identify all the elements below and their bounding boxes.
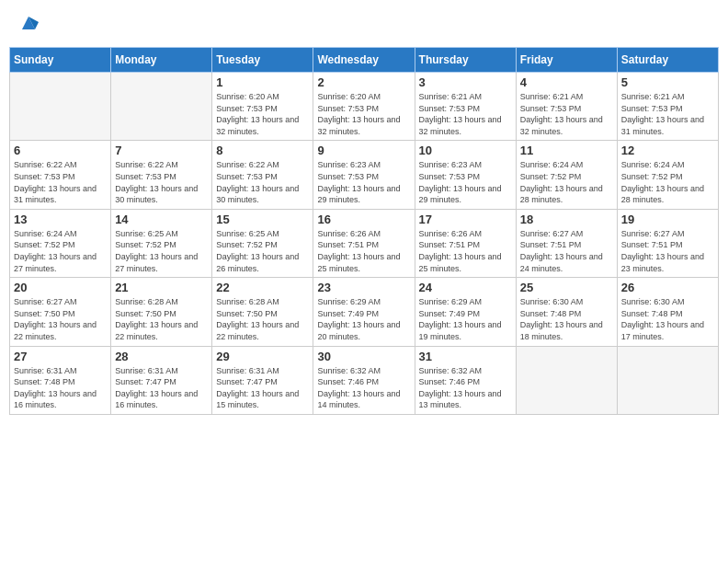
calendar-cell: 15Sunrise: 6:25 AM Sunset: 7:52 PM Dayli… [212, 209, 313, 277]
calendar-cell: 2Sunrise: 6:20 AM Sunset: 7:53 PM Daylig… [313, 73, 415, 141]
calendar-cell: 1Sunrise: 6:20 AM Sunset: 7:53 PM Daylig… [212, 73, 313, 141]
day-info: Sunrise: 6:28 AM Sunset: 7:50 PM Dayligh… [216, 296, 309, 342]
day-info: Sunrise: 6:20 AM Sunset: 7:53 PM Dayligh… [317, 91, 410, 137]
day-number: 9 [317, 144, 410, 157]
day-number: 30 [317, 350, 410, 363]
calendar-cell: 14Sunrise: 6:25 AM Sunset: 7:52 PM Dayli… [111, 209, 212, 277]
day-number: 17 [419, 213, 512, 226]
day-number: 22 [216, 281, 309, 294]
day-number: 3 [419, 75, 512, 89]
logo-text [17, 13, 39, 38]
day-number: 6 [14, 144, 107, 157]
day-info: Sunrise: 6:29 AM Sunset: 7:49 PM Dayligh… [419, 296, 512, 342]
day-number: 5 [621, 75, 714, 89]
day-info: Sunrise: 6:24 AM Sunset: 7:52 PM Dayligh… [621, 159, 714, 205]
day-info: Sunrise: 6:27 AM Sunset: 7:51 PM Dayligh… [621, 228, 714, 274]
calendar-cell: 5Sunrise: 6:21 AM Sunset: 7:53 PM Daylig… [617, 73, 718, 141]
calendar-cell: 13Sunrise: 6:24 AM Sunset: 7:52 PM Dayli… [10, 209, 111, 277]
day-info: Sunrise: 6:22 AM Sunset: 7:53 PM Dayligh… [14, 159, 107, 205]
calendar-cell: 25Sunrise: 6:30 AM Sunset: 7:48 PM Dayli… [516, 278, 617, 346]
calendar-cell: 26Sunrise: 6:30 AM Sunset: 7:48 PM Dayli… [617, 278, 718, 346]
day-number: 14 [115, 213, 208, 226]
day-number: 28 [115, 350, 208, 363]
day-info: Sunrise: 6:22 AM Sunset: 7:53 PM Dayligh… [115, 159, 208, 205]
calendar-cell: 22Sunrise: 6:28 AM Sunset: 7:50 PM Dayli… [212, 278, 313, 346]
calendar-cell: 16Sunrise: 6:26 AM Sunset: 7:51 PM Dayli… [313, 209, 415, 277]
day-number: 23 [317, 281, 410, 294]
day-header-monday: Monday [111, 48, 212, 73]
day-number: 25 [520, 281, 613, 294]
day-number: 13 [14, 213, 107, 226]
calendar-cell: 12Sunrise: 6:24 AM Sunset: 7:52 PM Dayli… [617, 141, 718, 209]
calendar-cell: 4Sunrise: 6:21 AM Sunset: 7:53 PM Daylig… [516, 73, 617, 141]
logo-icon [18, 13, 39, 33]
calendar-cell: 28Sunrise: 6:31 AM Sunset: 7:47 PM Dayli… [111, 346, 212, 414]
calendar-cell [617, 346, 718, 414]
day-number: 31 [419, 350, 512, 363]
calendar-cell: 8Sunrise: 6:22 AM Sunset: 7:53 PM Daylig… [212, 141, 313, 209]
calendar-cell: 18Sunrise: 6:27 AM Sunset: 7:51 PM Dayli… [516, 209, 617, 277]
day-info: Sunrise: 6:29 AM Sunset: 7:49 PM Dayligh… [317, 296, 410, 342]
day-info: Sunrise: 6:21 AM Sunset: 7:53 PM Dayligh… [621, 91, 714, 137]
day-info: Sunrise: 6:32 AM Sunset: 7:46 PM Dayligh… [317, 365, 410, 411]
week-row-0: 1Sunrise: 6:20 AM Sunset: 7:53 PM Daylig… [10, 73, 719, 141]
day-header-saturday: Saturday [617, 48, 718, 73]
calendar-cell: 21Sunrise: 6:28 AM Sunset: 7:50 PM Dayli… [111, 278, 212, 346]
day-number: 4 [520, 75, 613, 89]
day-number: 24 [419, 281, 512, 294]
day-header-sunday: Sunday [10, 48, 111, 73]
day-info: Sunrise: 6:30 AM Sunset: 7:48 PM Dayligh… [520, 296, 613, 342]
day-info: Sunrise: 6:23 AM Sunset: 7:53 PM Dayligh… [419, 159, 512, 205]
calendar-cell: 27Sunrise: 6:31 AM Sunset: 7:48 PM Dayli… [10, 346, 111, 414]
calendar-cell: 24Sunrise: 6:29 AM Sunset: 7:49 PM Dayli… [415, 278, 516, 346]
calendar-cell [111, 73, 212, 141]
day-info: Sunrise: 6:24 AM Sunset: 7:52 PM Dayligh… [520, 159, 613, 205]
day-info: Sunrise: 6:26 AM Sunset: 7:51 PM Dayligh… [419, 228, 512, 274]
day-info: Sunrise: 6:28 AM Sunset: 7:50 PM Dayligh… [115, 296, 208, 342]
day-number: 19 [621, 213, 714, 226]
day-info: Sunrise: 6:25 AM Sunset: 7:52 PM Dayligh… [216, 228, 309, 274]
calendar-cell: 20Sunrise: 6:27 AM Sunset: 7:50 PM Dayli… [10, 278, 111, 346]
day-number: 29 [216, 350, 309, 363]
page-header [9, 9, 719, 41]
day-number: 15 [216, 213, 309, 226]
day-header-wednesday: Wednesday [313, 48, 415, 73]
day-number: 11 [520, 144, 613, 157]
calendar-cell: 23Sunrise: 6:29 AM Sunset: 7:49 PM Dayli… [313, 278, 415, 346]
week-row-3: 20Sunrise: 6:27 AM Sunset: 7:50 PM Dayli… [10, 278, 719, 346]
day-info: Sunrise: 6:26 AM Sunset: 7:51 PM Dayligh… [317, 228, 410, 274]
calendar-cell: 7Sunrise: 6:22 AM Sunset: 7:53 PM Daylig… [111, 141, 212, 209]
calendar-cell: 30Sunrise: 6:32 AM Sunset: 7:46 PM Dayli… [313, 346, 415, 414]
day-number: 2 [317, 75, 410, 89]
calendar-cell: 6Sunrise: 6:22 AM Sunset: 7:53 PM Daylig… [10, 141, 111, 209]
calendar-cell: 11Sunrise: 6:24 AM Sunset: 7:52 PM Dayli… [516, 141, 617, 209]
calendar-cell: 19Sunrise: 6:27 AM Sunset: 7:51 PM Dayli… [617, 209, 718, 277]
calendar-cell: 29Sunrise: 6:31 AM Sunset: 7:47 PM Dayli… [212, 346, 313, 414]
day-info: Sunrise: 6:23 AM Sunset: 7:53 PM Dayligh… [317, 159, 410, 205]
day-info: Sunrise: 6:31 AM Sunset: 7:48 PM Dayligh… [14, 365, 107, 411]
day-number: 26 [621, 281, 714, 294]
day-number: 8 [216, 144, 309, 157]
day-number: 27 [14, 350, 107, 363]
day-info: Sunrise: 6:21 AM Sunset: 7:53 PM Dayligh… [419, 91, 512, 137]
calendar-cell [10, 73, 111, 141]
day-info: Sunrise: 6:31 AM Sunset: 7:47 PM Dayligh… [216, 365, 309, 411]
day-info: Sunrise: 6:31 AM Sunset: 7:47 PM Dayligh… [115, 365, 208, 411]
day-header-thursday: Thursday [415, 48, 516, 73]
calendar-cell: 10Sunrise: 6:23 AM Sunset: 7:53 PM Dayli… [415, 141, 516, 209]
day-number: 16 [317, 213, 410, 226]
day-info: Sunrise: 6:30 AM Sunset: 7:48 PM Dayligh… [621, 296, 714, 342]
calendar-cell: 3Sunrise: 6:21 AM Sunset: 7:53 PM Daylig… [415, 73, 516, 141]
week-row-4: 27Sunrise: 6:31 AM Sunset: 7:48 PM Dayli… [10, 346, 719, 414]
calendar-cell: 17Sunrise: 6:26 AM Sunset: 7:51 PM Dayli… [415, 209, 516, 277]
day-info: Sunrise: 6:24 AM Sunset: 7:52 PM Dayligh… [14, 228, 107, 274]
calendar-cell: 9Sunrise: 6:23 AM Sunset: 7:53 PM Daylig… [313, 141, 415, 209]
day-info: Sunrise: 6:32 AM Sunset: 7:46 PM Dayligh… [419, 365, 512, 411]
day-number: 1 [216, 75, 309, 89]
logo [17, 13, 39, 38]
day-number: 7 [115, 144, 208, 157]
day-header-friday: Friday [516, 48, 617, 73]
day-number: 20 [14, 281, 107, 294]
calendar-cell [516, 346, 617, 414]
day-info: Sunrise: 6:27 AM Sunset: 7:51 PM Dayligh… [520, 228, 613, 274]
